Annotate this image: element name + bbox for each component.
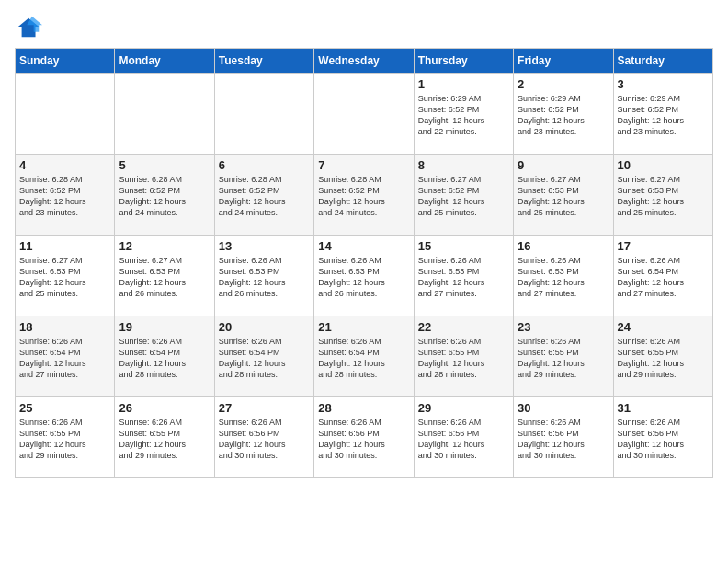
calendar-day-cell: 16Sunrise: 6:26 AM Sunset: 6:53 PM Dayli…: [514, 236, 613, 316]
day-number: 15: [418, 239, 509, 253]
day-info: Sunrise: 6:26 AM Sunset: 6:55 PM Dayligh…: [19, 417, 110, 462]
day-info: Sunrise: 6:27 AM Sunset: 6:53 PM Dayligh…: [518, 174, 609, 219]
calendar-day-cell: 8Sunrise: 6:27 AM Sunset: 6:52 PM Daylig…: [414, 155, 513, 236]
day-number: 14: [318, 239, 409, 253]
day-number: 7: [318, 158, 409, 172]
day-number: 3: [618, 77, 709, 91]
calendar-day-cell: 3Sunrise: 6:29 AM Sunset: 6:52 PM Daylig…: [613, 74, 712, 155]
day-number: 2: [518, 77, 609, 91]
weekday-header-row: SundayMondayTuesdayWednesdayThursdayFrid…: [16, 49, 713, 74]
weekday-header-cell: Tuesday: [214, 49, 313, 74]
day-number: 25: [19, 401, 110, 415]
day-number: 4: [19, 158, 110, 172]
day-info: Sunrise: 6:27 AM Sunset: 6:53 PM Dayligh…: [618, 174, 709, 219]
day-info: Sunrise: 6:26 AM Sunset: 6:54 PM Dayligh…: [618, 255, 709, 300]
day-info: Sunrise: 6:26 AM Sunset: 6:56 PM Dayligh…: [318, 417, 409, 462]
calendar-day-cell: 7Sunrise: 6:28 AM Sunset: 6:52 PM Daylig…: [314, 155, 414, 236]
day-number: 29: [418, 401, 509, 415]
calendar-day-cell: [314, 74, 414, 155]
calendar-week-row: 11Sunrise: 6:27 AM Sunset: 6:53 PM Dayli…: [16, 236, 713, 316]
calendar-day-cell: 20Sunrise: 6:26 AM Sunset: 6:54 PM Dayli…: [214, 316, 313, 397]
calendar-day-cell: 12Sunrise: 6:27 AM Sunset: 6:53 PM Dayli…: [115, 236, 214, 316]
calendar-day-cell: 23Sunrise: 6:26 AM Sunset: 6:55 PM Dayli…: [514, 316, 613, 397]
calendar-day-cell: 14Sunrise: 6:26 AM Sunset: 6:53 PM Dayli…: [314, 236, 414, 316]
day-info: Sunrise: 6:26 AM Sunset: 6:54 PM Dayligh…: [19, 336, 110, 381]
day-number: 22: [418, 320, 509, 334]
day-info: Sunrise: 6:27 AM Sunset: 6:53 PM Dayligh…: [119, 255, 210, 300]
logo-icon: [17, 15, 42, 40]
calendar-day-cell: 19Sunrise: 6:26 AM Sunset: 6:54 PM Dayli…: [115, 316, 214, 397]
calendar-day-cell: 27Sunrise: 6:26 AM Sunset: 6:56 PM Dayli…: [214, 397, 313, 478]
calendar-day-cell: 4Sunrise: 6:28 AM Sunset: 6:52 PM Daylig…: [16, 155, 115, 236]
day-info: Sunrise: 6:26 AM Sunset: 6:54 PM Dayligh…: [318, 336, 409, 381]
day-number: 18: [19, 320, 110, 334]
day-info: Sunrise: 6:26 AM Sunset: 6:55 PM Dayligh…: [618, 336, 709, 381]
weekday-header-cell: Wednesday: [314, 49, 414, 74]
day-info: Sunrise: 6:26 AM Sunset: 6:55 PM Dayligh…: [418, 336, 509, 381]
day-info: Sunrise: 6:28 AM Sunset: 6:52 PM Dayligh…: [318, 174, 409, 219]
calendar-day-cell: [214, 74, 313, 155]
day-info: Sunrise: 6:26 AM Sunset: 6:56 PM Dayligh…: [219, 417, 310, 462]
day-info: Sunrise: 6:26 AM Sunset: 6:56 PM Dayligh…: [618, 417, 709, 462]
day-info: Sunrise: 6:28 AM Sunset: 6:52 PM Dayligh…: [219, 174, 310, 219]
calendar-day-cell: 28Sunrise: 6:26 AM Sunset: 6:56 PM Dayli…: [314, 397, 414, 478]
calendar-day-cell: 6Sunrise: 6:28 AM Sunset: 6:52 PM Daylig…: [214, 155, 313, 236]
calendar-day-cell: [16, 74, 115, 155]
day-info: Sunrise: 6:26 AM Sunset: 6:54 PM Dayligh…: [219, 336, 310, 381]
calendar-day-cell: 18Sunrise: 6:26 AM Sunset: 6:54 PM Dayli…: [16, 316, 115, 397]
day-number: 13: [219, 239, 310, 253]
calendar-day-cell: 2Sunrise: 6:29 AM Sunset: 6:52 PM Daylig…: [514, 74, 613, 155]
calendar-day-cell: 22Sunrise: 6:26 AM Sunset: 6:55 PM Dayli…: [414, 316, 513, 397]
day-number: 19: [119, 320, 210, 334]
day-info: Sunrise: 6:26 AM Sunset: 6:53 PM Dayligh…: [219, 255, 310, 300]
day-info: Sunrise: 6:28 AM Sunset: 6:52 PM Dayligh…: [19, 174, 110, 219]
calendar-day-cell: 1Sunrise: 6:29 AM Sunset: 6:52 PM Daylig…: [414, 74, 513, 155]
day-number: 27: [219, 401, 310, 415]
calendar-table: SundayMondayTuesdayWednesdayThursdayFrid…: [15, 48, 713, 478]
weekday-header-cell: Sunday: [16, 49, 115, 74]
day-number: 24: [618, 320, 709, 334]
weekday-header-cell: Saturday: [613, 49, 712, 74]
day-info: Sunrise: 6:26 AM Sunset: 6:53 PM Dayligh…: [518, 255, 609, 300]
calendar-day-cell: 24Sunrise: 6:26 AM Sunset: 6:55 PM Dayli…: [613, 316, 712, 397]
day-number: 8: [418, 158, 509, 172]
calendar-day-cell: 29Sunrise: 6:26 AM Sunset: 6:56 PM Dayli…: [414, 397, 513, 478]
day-info: Sunrise: 6:27 AM Sunset: 6:52 PM Dayligh…: [418, 174, 509, 219]
day-number: 23: [518, 320, 609, 334]
day-number: 20: [219, 320, 310, 334]
day-number: 26: [119, 401, 210, 415]
day-number: 30: [518, 401, 609, 415]
calendar-day-cell: 9Sunrise: 6:27 AM Sunset: 6:53 PM Daylig…: [514, 155, 613, 236]
day-number: 10: [618, 158, 709, 172]
day-number: 1: [418, 77, 509, 91]
calendar-day-cell: 5Sunrise: 6:28 AM Sunset: 6:52 PM Daylig…: [115, 155, 214, 236]
day-info: Sunrise: 6:28 AM Sunset: 6:52 PM Dayligh…: [119, 174, 210, 219]
logo: [15, 15, 42, 40]
calendar-day-cell: [115, 74, 214, 155]
day-info: Sunrise: 6:26 AM Sunset: 6:55 PM Dayligh…: [518, 336, 609, 381]
calendar-day-cell: 25Sunrise: 6:26 AM Sunset: 6:55 PM Dayli…: [16, 397, 115, 478]
calendar-week-row: 25Sunrise: 6:26 AM Sunset: 6:55 PM Dayli…: [16, 397, 713, 478]
day-info: Sunrise: 6:27 AM Sunset: 6:53 PM Dayligh…: [19, 255, 110, 300]
calendar-day-cell: 31Sunrise: 6:26 AM Sunset: 6:56 PM Dayli…: [613, 397, 712, 478]
calendar-day-cell: 10Sunrise: 6:27 AM Sunset: 6:53 PM Dayli…: [613, 155, 712, 236]
page-header: [15, 15, 713, 40]
day-info: Sunrise: 6:29 AM Sunset: 6:52 PM Dayligh…: [518, 93, 609, 138]
day-info: Sunrise: 6:26 AM Sunset: 6:53 PM Dayligh…: [318, 255, 409, 300]
day-number: 9: [518, 158, 609, 172]
day-number: 16: [518, 239, 609, 253]
day-number: 6: [219, 158, 310, 172]
calendar-day-cell: 21Sunrise: 6:26 AM Sunset: 6:54 PM Dayli…: [314, 316, 414, 397]
calendar-day-cell: 30Sunrise: 6:26 AM Sunset: 6:56 PM Dayli…: [514, 397, 613, 478]
day-info: Sunrise: 6:26 AM Sunset: 6:55 PM Dayligh…: [119, 417, 210, 462]
day-info: Sunrise: 6:26 AM Sunset: 6:53 PM Dayligh…: [418, 255, 509, 300]
day-info: Sunrise: 6:26 AM Sunset: 6:54 PM Dayligh…: [119, 336, 210, 381]
calendar-day-cell: 26Sunrise: 6:26 AM Sunset: 6:55 PM Dayli…: [115, 397, 214, 478]
day-number: 28: [318, 401, 409, 415]
day-number: 12: [119, 239, 210, 253]
weekday-header-cell: Monday: [115, 49, 214, 74]
calendar-day-cell: 17Sunrise: 6:26 AM Sunset: 6:54 PM Dayli…: [613, 236, 712, 316]
weekday-header-cell: Thursday: [414, 49, 513, 74]
weekday-header-cell: Friday: [514, 49, 613, 74]
day-number: 5: [119, 158, 210, 172]
